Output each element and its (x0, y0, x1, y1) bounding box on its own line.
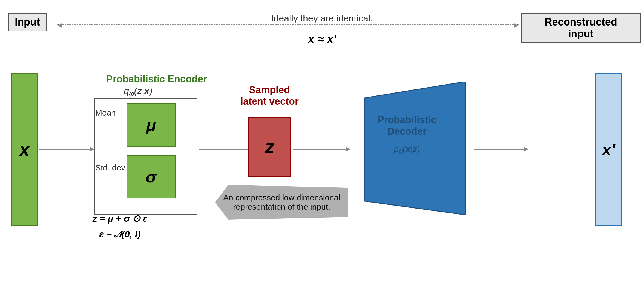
decoder-title-text: ProbabilisticDecoder (378, 114, 436, 137)
ideally-text: Ideally they are identical. (271, 13, 373, 24)
z-rect: z (248, 117, 291, 177)
stddev-label: Std. dev (95, 163, 125, 172)
reconstructed-label-box: Reconstructedinput (521, 13, 641, 43)
xprime-label: x′ (602, 140, 615, 159)
decoder-formula-text: pθ(x|z) (394, 144, 420, 154)
vae-diagram: Input Reconstructedinput Ideally they ar… (0, 0, 644, 298)
x-input-label: x (19, 139, 30, 160)
top-dashed-line (57, 24, 519, 25)
right-arrow-head (514, 23, 518, 28)
arrow-x-to-encoder (39, 149, 94, 150)
sampled-label: Sampledlatent vector (237, 84, 302, 107)
left-arrow-head (58, 23, 62, 28)
equation-text: x ≈ x′ (308, 33, 336, 45)
sigma-label: σ (146, 167, 157, 186)
z-label: z (265, 136, 274, 158)
arrow-decoder-to-xprime (474, 149, 528, 150)
encoder-title: Probabilistic Encoder (106, 73, 207, 85)
compressed-callout: An compressed low dimensionalrepresentat… (215, 185, 348, 220)
mu-label: μ (146, 116, 156, 135)
encoder-formula: qφ(z|x) (124, 86, 152, 98)
mu-rect: μ (127, 103, 176, 147)
reconstructed-label-text: Reconstructedinput (545, 16, 617, 39)
input-label-box: Input (8, 13, 47, 31)
input-label-text: Input (15, 16, 40, 28)
ideally-text-content: Ideally they are identical. (271, 13, 373, 23)
arrow-z-to-decoder (293, 149, 350, 150)
decoder-formula: pθ(x|z) (357, 144, 457, 156)
x-input-rect: x (11, 73, 38, 226)
sigma-rect: σ (127, 155, 176, 198)
sampled-label-text: Sampledlatent vector (240, 84, 299, 107)
mean-label: Mean (95, 108, 116, 117)
top-equation: x ≈ x′ (308, 33, 336, 46)
xprime-rect: x′ (595, 73, 622, 226)
encoder-formula-text: qφ(z|x) (124, 86, 152, 96)
decoder-title: ProbabilisticDecoder (357, 114, 457, 137)
encoder-equation-line1: z = μ + σ ⊙ ε (93, 211, 147, 226)
compressed-callout-text: An compressed low dimensionalrepresentat… (223, 193, 340, 211)
encoder-equation-line2: ε ~ 𝒩(0, I) (93, 226, 147, 242)
encoder-equations: z = μ + σ ⊙ ε ε ~ 𝒩(0, I) (93, 211, 147, 242)
